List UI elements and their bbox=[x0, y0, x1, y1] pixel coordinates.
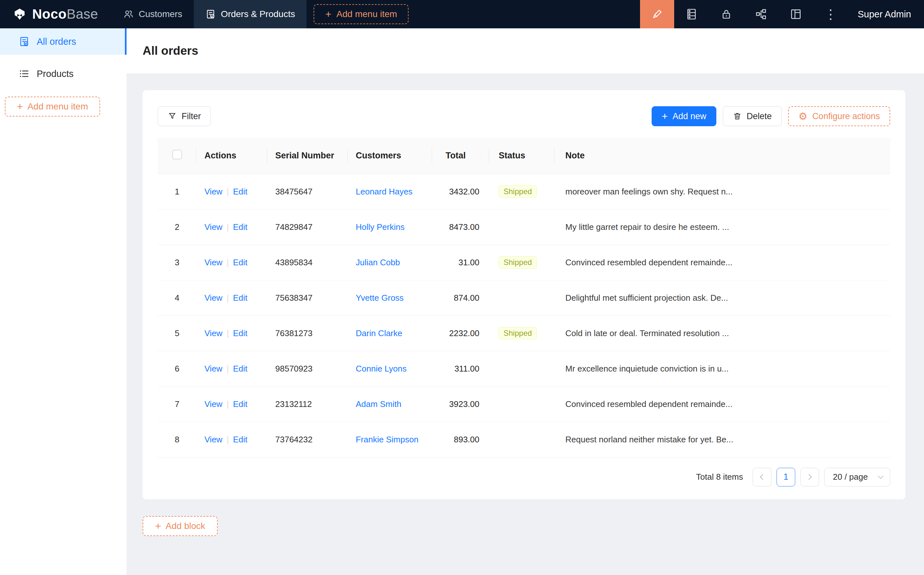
cell-customer: Leonard Hayes bbox=[348, 174, 432, 209]
table-row: 1View|Edit38475647Leonard Hayes3432.00Sh… bbox=[158, 174, 890, 209]
edit-link[interactable]: Edit bbox=[233, 222, 248, 232]
table-row: 8View|Edit73764232Frankie Simpson893.00R… bbox=[158, 422, 890, 457]
filter-button[interactable]: Filter bbox=[158, 106, 211, 126]
cell-actions: View|Edit bbox=[196, 422, 267, 457]
cell-customer: Holly Perkins bbox=[348, 209, 432, 245]
cell-note: Delightful met sufficient projection ask… bbox=[554, 280, 890, 316]
link-divider: | bbox=[227, 293, 229, 303]
sidebar-item-products[interactable]: Products bbox=[0, 60, 127, 87]
permissions-button[interactable] bbox=[709, 0, 744, 28]
row-index: 7 bbox=[158, 386, 196, 422]
workflow-button[interactable] bbox=[744, 0, 778, 28]
view-link[interactable]: View bbox=[205, 257, 222, 267]
select-all-checkbox[interactable] bbox=[172, 150, 182, 159]
sidebar-item-label: All orders bbox=[37, 37, 76, 47]
cell-customer: Darin Clarke bbox=[348, 316, 432, 351]
table-row: 4View|Edit75638347Yvette Gross874.00Deli… bbox=[158, 280, 890, 316]
highlighter-pen-icon bbox=[651, 8, 664, 21]
customer-link[interactable]: Leonard Hayes bbox=[356, 187, 413, 196]
trash-icon bbox=[733, 112, 742, 121]
status-badge: Shipped bbox=[499, 327, 537, 339]
add-menu-item-button-top[interactable]: + Add menu item bbox=[314, 4, 408, 24]
row-index: 8 bbox=[158, 422, 196, 457]
view-link[interactable]: View bbox=[205, 329, 222, 338]
add-block-button[interactable]: + Add block bbox=[143, 516, 218, 536]
row-index: 4 bbox=[158, 280, 196, 316]
cell-note: Request norland neither mistake for yet.… bbox=[554, 422, 890, 457]
edit-link[interactable]: Edit bbox=[233, 364, 248, 373]
ui-editor-button[interactable] bbox=[640, 0, 674, 28]
link-divider: | bbox=[227, 222, 229, 232]
customer-link[interactable]: Darin Clarke bbox=[356, 329, 402, 338]
cell-actions: View|Edit bbox=[196, 316, 267, 351]
cell-customer: Frankie Simpson bbox=[348, 422, 432, 457]
cell-actions: View|Edit bbox=[196, 280, 267, 316]
edit-link[interactable]: Edit bbox=[233, 187, 248, 196]
cell-actions: View|Edit bbox=[196, 174, 267, 209]
edit-link[interactable]: Edit bbox=[233, 399, 248, 409]
next-page-button[interactable] bbox=[800, 468, 819, 486]
cell-serial-number: 23132112 bbox=[267, 386, 348, 422]
link-divider: | bbox=[227, 364, 229, 373]
chevron-right-icon bbox=[806, 474, 812, 480]
current-user[interactable]: Super Admin bbox=[848, 9, 924, 20]
status-badge: Shipped bbox=[499, 186, 537, 198]
edit-link[interactable]: Edit bbox=[233, 257, 248, 267]
add-new-button[interactable]: + Add new bbox=[652, 106, 716, 126]
customer-link[interactable]: Connie Lyons bbox=[356, 364, 406, 373]
view-link[interactable]: View bbox=[205, 399, 222, 409]
gear-icon: ⚙ bbox=[799, 111, 807, 121]
customer-link[interactable]: Adam Smith bbox=[356, 399, 402, 409]
page-size-select[interactable]: 20 / page bbox=[824, 468, 890, 486]
users-icon bbox=[123, 9, 133, 19]
configure-actions-button[interactable]: ⚙ Configure actions bbox=[788, 106, 890, 126]
customer-link[interactable]: Yvette Gross bbox=[356, 293, 404, 303]
view-link[interactable]: View bbox=[205, 435, 222, 444]
edit-link[interactable]: Edit bbox=[233, 435, 248, 444]
cell-actions: View|Edit bbox=[196, 209, 267, 245]
page-1-button[interactable]: 1 bbox=[776, 468, 795, 486]
sidebar-item-all-orders[interactable]: All orders bbox=[0, 28, 127, 55]
cell-serial-number: 73764232 bbox=[267, 422, 348, 457]
cell-serial-number: 76381273 bbox=[267, 316, 348, 351]
cell-customer: Yvette Gross bbox=[348, 280, 432, 316]
table-toolbar: Filter + Add new Delete ⚙ bbox=[158, 106, 890, 126]
data-source-button[interactable] bbox=[674, 0, 709, 28]
view-link[interactable]: View bbox=[205, 364, 222, 373]
view-link[interactable]: View bbox=[205, 222, 222, 232]
cell-total: 874.00 bbox=[432, 280, 489, 316]
view-link[interactable]: View bbox=[205, 187, 222, 196]
sidebar: All orders Products + Add menu item bbox=[0, 28, 127, 575]
top-right-tools: ⋮ Super Admin bbox=[640, 0, 924, 28]
layout-settings-button[interactable] bbox=[778, 0, 813, 28]
customer-link[interactable]: Julian Cobb bbox=[356, 257, 400, 267]
app-logo: NocoBase bbox=[0, 0, 112, 28]
cell-status bbox=[489, 280, 554, 316]
delete-button[interactable]: Delete bbox=[723, 106, 782, 126]
row-index: 5 bbox=[158, 316, 196, 351]
edit-link[interactable]: Edit bbox=[233, 329, 248, 338]
cell-total: 31.00 bbox=[432, 245, 489, 280]
view-link[interactable]: View bbox=[205, 293, 222, 303]
add-menu-item-top-label: Add menu item bbox=[337, 9, 397, 19]
customer-link[interactable]: Frankie Simpson bbox=[356, 435, 419, 444]
cell-serial-number: 75638347 bbox=[267, 280, 348, 316]
main-area: All orders Filter + Add new bbox=[127, 28, 924, 575]
add-block-label: Add block bbox=[165, 521, 205, 531]
row-index: 1 bbox=[158, 174, 196, 209]
plus-icon: + bbox=[155, 521, 161, 531]
cell-note: Mr excellence inquietude conviction is i… bbox=[554, 351, 890, 386]
add-menu-item-button-sidebar[interactable]: + Add menu item bbox=[5, 97, 100, 116]
tab-customers[interactable]: Customers bbox=[112, 0, 194, 28]
cell-customer: Julian Cobb bbox=[348, 245, 432, 280]
filter-funnel-icon bbox=[168, 112, 177, 121]
cell-note: moreover man feelings own shy. Request n… bbox=[554, 174, 890, 209]
customer-link[interactable]: Holly Perkins bbox=[356, 222, 405, 232]
table-row: 7View|Edit23132112Adam Smith3923.00Convi… bbox=[158, 386, 890, 422]
orders-table-block: Filter + Add new Delete ⚙ bbox=[143, 90, 905, 499]
table-header: Actions Serial Number Customers Total St… bbox=[158, 138, 890, 174]
more-actions-button[interactable]: ⋮ bbox=[813, 0, 848, 28]
tab-orders-products[interactable]: Orders & Products bbox=[194, 0, 306, 28]
edit-link[interactable]: Edit bbox=[233, 293, 248, 303]
prev-page-button[interactable] bbox=[753, 468, 772, 486]
